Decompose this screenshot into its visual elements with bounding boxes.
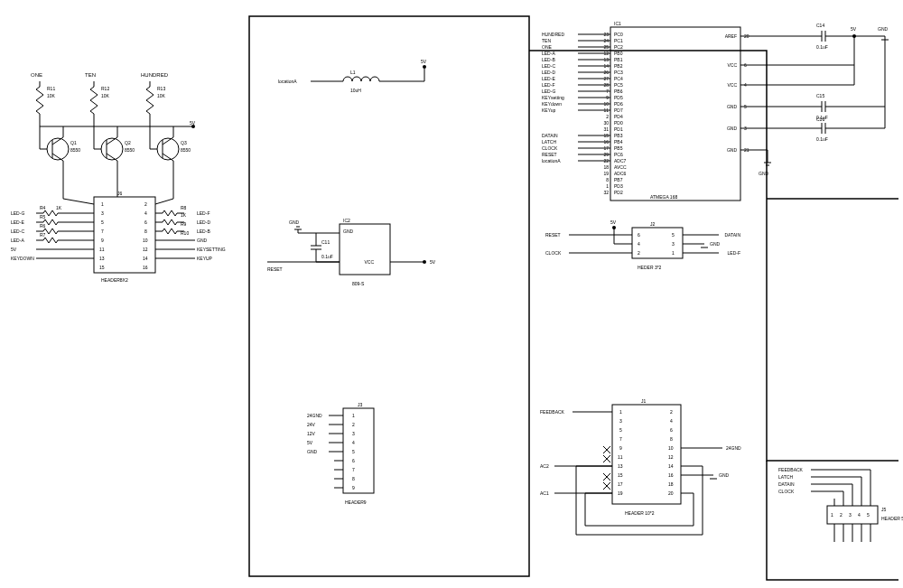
svg-text:30: 30 [603, 120, 609, 126]
svg-text:ADC7: ADC7 [614, 158, 627, 163]
svg-text:KEYDOWN: KEYDOWN [11, 256, 34, 261]
svg-text:13: 13 [99, 256, 105, 261]
svg-text:J1: J1 [641, 398, 647, 404]
ic1-left-nets: HUNDRED TEN ONE LED-A LED-B LED-C LED-D … [542, 32, 564, 163]
svg-text:AC1: AC1 [540, 490, 549, 496]
svg-text:R13: R13 [157, 86, 165, 91]
svg-text:1K: 1K [181, 212, 187, 218]
svg-text:LED-D: LED-D [542, 70, 555, 75]
svg-text:FEEDBACK: FEEDBACK [540, 409, 565, 415]
svg-text:5: 5 [101, 219, 104, 225]
svg-rect-38 [94, 197, 155, 273]
svg-text:R7: R7 [40, 232, 46, 238]
svg-text:32: 32 [603, 190, 609, 195]
svg-text:PD6: PD6 [614, 101, 623, 107]
svg-text:GND: GND [727, 104, 738, 109]
svg-text:2: 2 [670, 409, 673, 415]
svg-text:RESET: RESET [542, 152, 557, 157]
svg-text:PB0: PB0 [614, 51, 623, 56]
svg-text:L1: L1 [350, 70, 356, 75]
svg-text:6: 6 [670, 427, 673, 433]
svg-text:IC1: IC1 [614, 21, 621, 26]
svg-text:LED-C: LED-C [11, 229, 24, 234]
ic2-block: IC2 809-S GND VCC RESET C11 0.1uF GND 5V [267, 218, 436, 286]
svg-text:KEYsetting: KEYsetting [542, 95, 564, 100]
header-j2: J2 HEDER 3*2 654321 RESET CLOCK DATAIN L… [545, 219, 740, 270]
svg-text:0.1uF: 0.1uF [816, 44, 828, 50]
svg-text:LED-C: LED-C [542, 63, 555, 69]
svg-text:LED-D: LED-D [197, 219, 210, 225]
svg-text:6: 6 [352, 458, 355, 463]
svg-text:GND: GND [759, 171, 769, 176]
svg-text:KEYSETTING: KEYSETTING [197, 247, 226, 252]
res-r11: R11 10K [36, 81, 56, 119]
svg-text:3: 3 [619, 418, 622, 424]
svg-text:9: 9 [619, 445, 622, 451]
svg-text:PC3: PC3 [614, 70, 623, 75]
svg-text:12: 12 [668, 454, 674, 460]
svg-text:VCC: VCC [727, 82, 737, 88]
svg-text:18: 18 [668, 481, 674, 487]
svg-text:GND: GND [289, 219, 300, 225]
ic1-block: IC1 ATMEGA 168 PC0 PC1 PC2 PB0 PB1 PB2 P… [542, 21, 749, 201]
svg-text:PD5: PD5 [614, 95, 623, 100]
svg-text:GND: GND [307, 449, 318, 454]
svg-text:GND: GND [710, 241, 721, 247]
svg-text:GND: GND [719, 472, 730, 478]
svg-text:9: 9 [352, 485, 355, 490]
svg-text:HEADER 10*2: HEADER 10*2 [625, 510, 655, 516]
svg-text:12V: 12V [307, 431, 316, 436]
svg-text:HEADER9: HEADER9 [345, 499, 367, 505]
q1: Q1 8550 [40, 119, 80, 161]
svg-text:1: 1 [831, 512, 833, 518]
svg-text:8: 8 [606, 177, 609, 182]
svg-rect-120 [343, 408, 374, 493]
svg-text:5: 5 [619, 427, 622, 433]
svg-text:PC0: PC0 [614, 32, 623, 37]
svg-text:R5: R5 [40, 214, 46, 219]
svg-text:HEDER 3*2: HEDER 3*2 [638, 265, 662, 270]
ic1-leftpins: PC0 PC1 PC2 PB0 PB1 PB2 PC3 PC4 PC5 PB6 … [614, 32, 627, 195]
svg-text:5V: 5V [11, 247, 17, 252]
svg-text:8550: 8550 [70, 147, 80, 153]
svg-text:12: 12 [143, 247, 148, 252]
svg-rect-146 [610, 27, 740, 201]
svg-text:Q1: Q1 [70, 140, 77, 145]
svg-text:LED-B: LED-B [197, 229, 210, 234]
svg-text:LED-G: LED-G [542, 89, 555, 94]
svg-text:7: 7 [352, 467, 355, 472]
svg-text:6: 6 [144, 219, 147, 225]
svg-text:PC5: PC5 [614, 82, 623, 88]
cap-c11: C11 0.1uF [311, 233, 333, 262]
svg-text:LED-A: LED-A [542, 51, 555, 56]
schematic-canvas: ONE TEN HUNDRED R11 10K R12 10K R13 10K … [0, 0, 903, 588]
svg-text:PB3: PB3 [614, 133, 623, 138]
svg-text:GND: GND [727, 126, 738, 131]
group-transistor-drivers: ONE TEN HUNDRED R11 10K R12 10K R13 10K … [31, 72, 196, 199]
svg-text:2: 2 [144, 201, 147, 207]
svg-text:5: 5 [672, 232, 675, 238]
svg-text:10K: 10K [47, 93, 56, 98]
svg-text:8: 8 [670, 436, 673, 442]
svg-text:J2: J2 [650, 221, 656, 227]
header-j1: J1 HEADER 10*2 12 34 56 78 910 1112 1314… [540, 398, 741, 535]
svg-text:20: 20 [668, 490, 674, 496]
svg-text:10uH: 10uH [350, 88, 361, 93]
cap-c16: C160.1uF [816, 117, 828, 142]
svg-text:PB2: PB2 [614, 63, 623, 69]
svg-text:5V: 5V [851, 26, 857, 32]
svg-text:PD1: PD1 [614, 126, 623, 132]
svg-text:LED-A: LED-A [11, 238, 24, 243]
svg-text:14: 14 [668, 463, 674, 469]
svg-text:R8: R8 [181, 205, 187, 210]
svg-text:14: 14 [143, 256, 148, 261]
svg-text:PB7: PB7 [614, 177, 623, 182]
svg-text:4: 4 [858, 512, 861, 518]
svg-text:0.1uF: 0.1uF [816, 136, 828, 142]
svg-text:11: 11 [618, 454, 623, 460]
svg-text:13: 13 [618, 463, 623, 469]
svg-text:LED-E: LED-E [542, 76, 555, 81]
svg-text:PC4: PC4 [614, 76, 623, 81]
svg-text:5V: 5V [307, 440, 313, 445]
svg-text:ONE: ONE [542, 44, 553, 50]
